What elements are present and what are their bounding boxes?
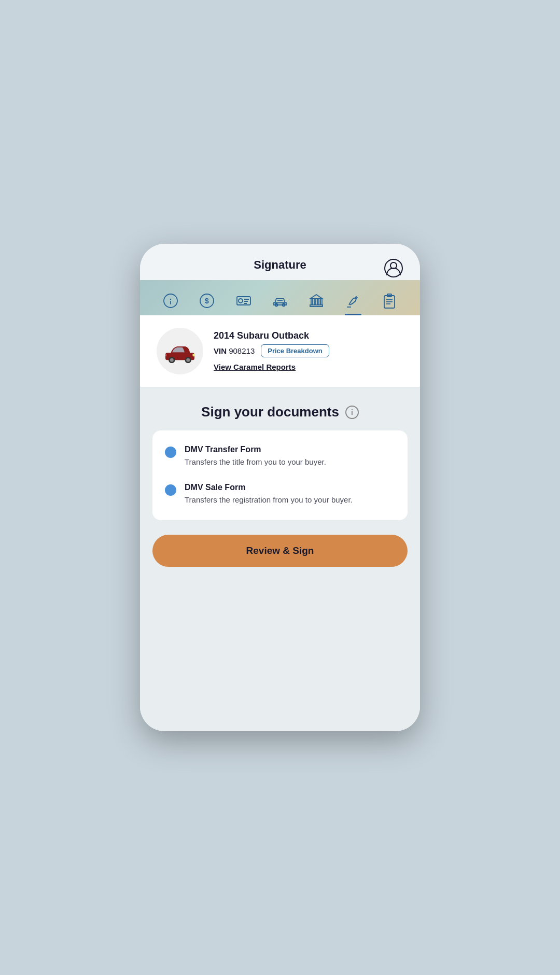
car-card: 2014 Subaru Outback VIN 908213 Price Bre… [140,315,420,387]
svg-rect-32 [165,353,167,356]
svg-rect-17 [317,299,319,305]
car-vin: VIN 908213 [214,346,255,355]
phone-frame: Signature $ [140,244,420,731]
info-icon[interactable]: i [345,406,359,419]
tab-info[interactable] [156,288,185,315]
tab-bank[interactable] [302,288,331,315]
doc-dot-transfer [165,447,176,458]
tab-clipboard[interactable] [375,288,404,315]
doc-title-sale: DMV Sale Form [185,483,395,492]
svg-rect-16 [314,299,316,305]
tab-sign[interactable] [339,288,368,315]
nav-tabs: $ [140,280,420,315]
doc-dot-sale [165,484,176,496]
documents-card: DMV Transfer Form Transfers the title fr… [152,430,408,520]
car-name: 2014 Subaru Outback [214,330,403,341]
svg-rect-19 [310,305,323,307]
section-title: Sign your documents [201,404,339,420]
doc-desc-transfer: Transfers the title from you to your buy… [185,456,395,468]
car-image [157,328,203,374]
svg-rect-15 [311,299,313,305]
svg-point-8 [239,299,243,303]
car-info: 2014 Subaru Outback VIN 908213 Price Bre… [214,330,403,372]
profile-icon[interactable] [384,258,403,278]
svg-point-30 [186,358,190,361]
svg-point-28 [170,358,174,361]
doc-content-transfer: DMV Transfer Form Transfers the title fr… [185,445,395,468]
header: Signature [140,244,420,280]
svg-rect-18 [320,299,322,305]
svg-marker-14 [310,295,323,299]
tab-car[interactable] [265,288,295,315]
doc-content-sale: DMV Sale Form Transfers the registration… [185,483,395,506]
section-header: Sign your documents i [152,404,408,420]
view-caramel-reports-link[interactable]: View Caramel Reports [214,363,296,371]
svg-text:$: $ [205,297,209,305]
car-vin-row: VIN 908213 Price Breakdown [214,344,403,357]
svg-point-2 [164,294,177,308]
doc-title-transfer: DMV Transfer Form [185,445,395,454]
page-title: Signature [254,258,306,272]
tab-id[interactable] [229,288,258,315]
car-illustration [162,340,198,363]
document-item-transfer: DMV Transfer Form Transfers the title fr… [165,445,395,468]
tab-price[interactable]: $ [192,288,221,315]
review-sign-button[interactable]: Review & Sign [152,535,408,567]
svg-rect-31 [193,353,195,356]
price-breakdown-button[interactable]: Price Breakdown [261,344,329,357]
main-content: Sign your documents i DMV Transfer Form … [140,387,420,731]
doc-desc-sale: Transfers the registration from you to y… [185,494,395,506]
document-item-sale: DMV Sale Form Transfers the registration… [165,483,395,506]
